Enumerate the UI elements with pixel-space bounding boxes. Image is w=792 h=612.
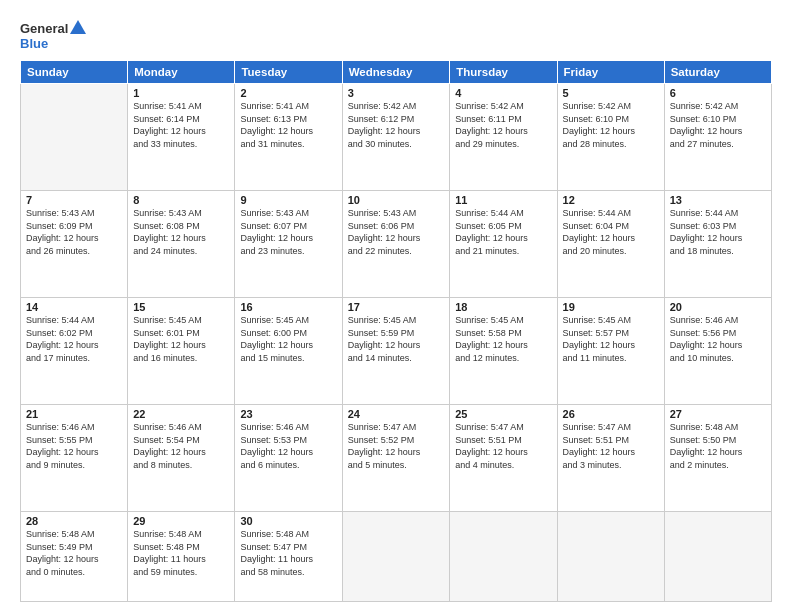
day-number: 21 [26, 408, 122, 420]
day-number: 20 [670, 301, 766, 313]
day-number: 23 [240, 408, 336, 420]
day-info: Sunrise: 5:48 AM Sunset: 5:47 PM Dayligh… [240, 528, 336, 578]
day-info: Sunrise: 5:46 AM Sunset: 5:53 PM Dayligh… [240, 421, 336, 471]
day-info: Sunrise: 5:45 AM Sunset: 5:57 PM Dayligh… [563, 314, 659, 364]
day-info: Sunrise: 5:44 AM Sunset: 6:03 PM Dayligh… [670, 207, 766, 257]
day-number: 1 [133, 87, 229, 99]
day-number: 16 [240, 301, 336, 313]
week-row-4: 21Sunrise: 5:46 AM Sunset: 5:55 PM Dayli… [21, 405, 772, 512]
day-number: 30 [240, 515, 336, 527]
day-cell: 2Sunrise: 5:41 AM Sunset: 6:13 PM Daylig… [235, 84, 342, 191]
header-cell-wednesday: Wednesday [342, 61, 450, 84]
day-cell: 20Sunrise: 5:46 AM Sunset: 5:56 PM Dayli… [664, 298, 771, 405]
header-cell-monday: Monday [128, 61, 235, 84]
day-info: Sunrise: 5:43 AM Sunset: 6:06 PM Dayligh… [348, 207, 445, 257]
day-number: 15 [133, 301, 229, 313]
header-cell-sunday: Sunday [21, 61, 128, 84]
day-cell: 15Sunrise: 5:45 AM Sunset: 6:01 PM Dayli… [128, 298, 235, 405]
day-cell: 22Sunrise: 5:46 AM Sunset: 5:54 PM Dayli… [128, 405, 235, 512]
day-number: 25 [455, 408, 551, 420]
day-cell: 14Sunrise: 5:44 AM Sunset: 6:02 PM Dayli… [21, 298, 128, 405]
day-number: 27 [670, 408, 766, 420]
day-cell: 28Sunrise: 5:48 AM Sunset: 5:49 PM Dayli… [21, 512, 128, 602]
day-number: 10 [348, 194, 445, 206]
day-info: Sunrise: 5:43 AM Sunset: 6:09 PM Dayligh… [26, 207, 122, 257]
day-info: Sunrise: 5:42 AM Sunset: 6:10 PM Dayligh… [563, 100, 659, 150]
day-number: 22 [133, 408, 229, 420]
day-number: 12 [563, 194, 659, 206]
day-number: 6 [670, 87, 766, 99]
day-number: 13 [670, 194, 766, 206]
day-info: Sunrise: 5:47 AM Sunset: 5:51 PM Dayligh… [455, 421, 551, 471]
day-cell: 9Sunrise: 5:43 AM Sunset: 6:07 PM Daylig… [235, 191, 342, 298]
day-number: 9 [240, 194, 336, 206]
day-number: 7 [26, 194, 122, 206]
day-info: Sunrise: 5:46 AM Sunset: 5:55 PM Dayligh… [26, 421, 122, 471]
day-cell: 12Sunrise: 5:44 AM Sunset: 6:04 PM Dayli… [557, 191, 664, 298]
day-info: Sunrise: 5:45 AM Sunset: 6:01 PM Dayligh… [133, 314, 229, 364]
logo: General Blue [20, 18, 90, 54]
day-cell [450, 512, 557, 602]
day-cell: 7Sunrise: 5:43 AM Sunset: 6:09 PM Daylig… [21, 191, 128, 298]
day-info: Sunrise: 5:41 AM Sunset: 6:13 PM Dayligh… [240, 100, 336, 150]
day-cell: 11Sunrise: 5:44 AM Sunset: 6:05 PM Dayli… [450, 191, 557, 298]
day-number: 5 [563, 87, 659, 99]
day-cell: 27Sunrise: 5:48 AM Sunset: 5:50 PM Dayli… [664, 405, 771, 512]
day-number: 17 [348, 301, 445, 313]
day-number: 28 [26, 515, 122, 527]
day-number: 18 [455, 301, 551, 313]
day-number: 24 [348, 408, 445, 420]
day-info: Sunrise: 5:44 AM Sunset: 6:02 PM Dayligh… [26, 314, 122, 364]
day-info: Sunrise: 5:46 AM Sunset: 5:54 PM Dayligh… [133, 421, 229, 471]
day-number: 3 [348, 87, 445, 99]
svg-text:General: General [20, 21, 68, 36]
header-cell-thursday: Thursday [450, 61, 557, 84]
day-cell: 24Sunrise: 5:47 AM Sunset: 5:52 PM Dayli… [342, 405, 450, 512]
day-cell: 26Sunrise: 5:47 AM Sunset: 5:51 PM Dayli… [557, 405, 664, 512]
week-row-1: 1Sunrise: 5:41 AM Sunset: 6:14 PM Daylig… [21, 84, 772, 191]
svg-text:Blue: Blue [20, 36, 48, 51]
day-cell: 5Sunrise: 5:42 AM Sunset: 6:10 PM Daylig… [557, 84, 664, 191]
day-number: 19 [563, 301, 659, 313]
day-info: Sunrise: 5:44 AM Sunset: 6:04 PM Dayligh… [563, 207, 659, 257]
header-cell-friday: Friday [557, 61, 664, 84]
day-info: Sunrise: 5:46 AM Sunset: 5:56 PM Dayligh… [670, 314, 766, 364]
day-number: 4 [455, 87, 551, 99]
page: General Blue SundayMondayTuesdayWednesda… [0, 0, 792, 612]
day-info: Sunrise: 5:42 AM Sunset: 6:12 PM Dayligh… [348, 100, 445, 150]
day-info: Sunrise: 5:41 AM Sunset: 6:14 PM Dayligh… [133, 100, 229, 150]
week-row-3: 14Sunrise: 5:44 AM Sunset: 6:02 PM Dayli… [21, 298, 772, 405]
day-number: 29 [133, 515, 229, 527]
week-row-2: 7Sunrise: 5:43 AM Sunset: 6:09 PM Daylig… [21, 191, 772, 298]
logo-svg: General Blue [20, 18, 90, 54]
day-cell: 1Sunrise: 5:41 AM Sunset: 6:14 PM Daylig… [128, 84, 235, 191]
day-cell: 3Sunrise: 5:42 AM Sunset: 6:12 PM Daylig… [342, 84, 450, 191]
day-info: Sunrise: 5:42 AM Sunset: 6:10 PM Dayligh… [670, 100, 766, 150]
day-number: 2 [240, 87, 336, 99]
day-cell: 10Sunrise: 5:43 AM Sunset: 6:06 PM Dayli… [342, 191, 450, 298]
day-info: Sunrise: 5:48 AM Sunset: 5:50 PM Dayligh… [670, 421, 766, 471]
day-cell: 30Sunrise: 5:48 AM Sunset: 5:47 PM Dayli… [235, 512, 342, 602]
day-cell: 18Sunrise: 5:45 AM Sunset: 5:58 PM Dayli… [450, 298, 557, 405]
day-info: Sunrise: 5:48 AM Sunset: 5:48 PM Dayligh… [133, 528, 229, 578]
day-number: 8 [133, 194, 229, 206]
day-number: 26 [563, 408, 659, 420]
day-info: Sunrise: 5:43 AM Sunset: 6:07 PM Dayligh… [240, 207, 336, 257]
day-number: 11 [455, 194, 551, 206]
day-info: Sunrise: 5:47 AM Sunset: 5:51 PM Dayligh… [563, 421, 659, 471]
day-cell: 17Sunrise: 5:45 AM Sunset: 5:59 PM Dayli… [342, 298, 450, 405]
day-info: Sunrise: 5:45 AM Sunset: 6:00 PM Dayligh… [240, 314, 336, 364]
day-cell [342, 512, 450, 602]
header-cell-saturday: Saturday [664, 61, 771, 84]
header-row: SundayMondayTuesdayWednesdayThursdayFrid… [21, 61, 772, 84]
header-cell-tuesday: Tuesday [235, 61, 342, 84]
day-info: Sunrise: 5:43 AM Sunset: 6:08 PM Dayligh… [133, 207, 229, 257]
day-cell: 16Sunrise: 5:45 AM Sunset: 6:00 PM Dayli… [235, 298, 342, 405]
day-cell [21, 84, 128, 191]
calendar-table: SundayMondayTuesdayWednesdayThursdayFrid… [20, 60, 772, 602]
day-info: Sunrise: 5:45 AM Sunset: 5:58 PM Dayligh… [455, 314, 551, 364]
day-info: Sunrise: 5:42 AM Sunset: 6:11 PM Dayligh… [455, 100, 551, 150]
day-number: 14 [26, 301, 122, 313]
day-info: Sunrise: 5:45 AM Sunset: 5:59 PM Dayligh… [348, 314, 445, 364]
day-cell: 4Sunrise: 5:42 AM Sunset: 6:11 PM Daylig… [450, 84, 557, 191]
